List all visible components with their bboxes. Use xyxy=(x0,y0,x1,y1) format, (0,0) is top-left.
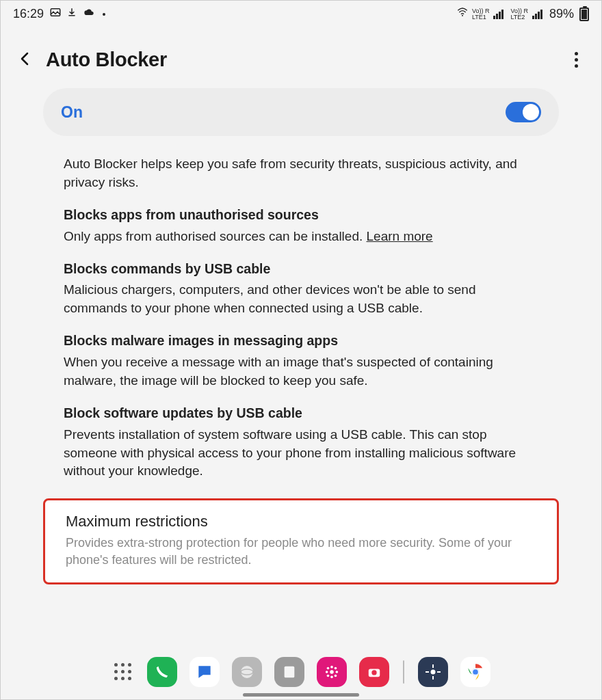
toggle-label: On xyxy=(61,103,83,122)
more-options-icon[interactable] xyxy=(571,48,582,72)
lte2-indicator: Vo)) RLTE2 xyxy=(510,8,528,21)
toggle-switch[interactable] xyxy=(506,102,541,122)
status-right: Vo)) RLTE1 Vo)) RLTE2 89% xyxy=(456,7,589,21)
svg-point-1 xyxy=(462,15,463,16)
svg-point-9 xyxy=(336,671,339,673)
learn-more-link[interactable]: Learn more xyxy=(367,229,433,243)
maximum-restrictions-row[interactable]: Maximum restrictions Provides extra-stro… xyxy=(43,498,559,584)
camera-app-icon[interactable] xyxy=(359,657,389,687)
status-time: 16:29 xyxy=(13,7,44,21)
feature-block-usb-commands: Blocks commands by USB cable Malicious c… xyxy=(20,246,582,319)
status-left: 16:29 xyxy=(13,6,105,22)
settings-app-icon[interactable] xyxy=(418,657,448,687)
feature-title: Block software updates by USB cable xyxy=(64,404,538,423)
max-restrictions-title: Maximum restrictions xyxy=(66,513,536,530)
dock xyxy=(1,657,601,687)
svg-point-11 xyxy=(335,667,337,670)
image-icon xyxy=(49,6,62,22)
page-title: Auto Blocker xyxy=(46,49,167,71)
svg-point-12 xyxy=(327,675,330,677)
svg-rect-18 xyxy=(432,676,434,679)
feature-title: Blocks commands by USB cable xyxy=(64,260,538,279)
master-toggle-row[interactable]: On xyxy=(43,88,559,136)
svg-rect-20 xyxy=(437,671,441,673)
dot-icon xyxy=(103,13,105,16)
svg-point-8 xyxy=(326,671,328,673)
feature-body: Only apps from authorised sources can be… xyxy=(64,228,538,246)
feature-block-unauthorised-apps: Blocks apps from unauthorised sources On… xyxy=(20,192,582,246)
cloud-icon xyxy=(82,7,96,21)
back-icon[interactable] xyxy=(17,51,34,70)
signal-bars-1 xyxy=(493,10,503,19)
chrome-app-icon[interactable] xyxy=(460,657,490,687)
battery-icon xyxy=(579,8,589,21)
home-indicator[interactable] xyxy=(243,693,359,697)
svg-point-7 xyxy=(330,676,333,679)
download-icon xyxy=(67,7,77,21)
dock-separator xyxy=(403,660,404,684)
feature-body: Prevents installation of system software… xyxy=(64,426,538,481)
svg-point-10 xyxy=(327,667,330,670)
header: Auto Blocker xyxy=(1,25,601,81)
svg-point-24 xyxy=(473,669,478,675)
feature-block-usb-updates: Block software updates by USB cable Prev… xyxy=(20,390,582,481)
phone-app-icon[interactable] xyxy=(147,657,177,687)
max-restrictions-desc: Provides extra-strong protection for peo… xyxy=(66,535,536,569)
content: On Auto Blocker helps keep you safe from… xyxy=(1,88,601,584)
battery-percent: 89% xyxy=(549,7,574,21)
feature-title: Blocks apps from unauthorised sources xyxy=(64,206,538,225)
feature-body: When you receive a message with an image… xyxy=(64,353,538,390)
wifi-icon xyxy=(456,7,469,21)
internet-app-icon[interactable] xyxy=(232,657,262,687)
svg-rect-19 xyxy=(426,671,429,673)
svg-rect-17 xyxy=(432,664,434,668)
intro-description: Auto Blocker helps keep you safe from se… xyxy=(20,136,582,192)
svg-point-6 xyxy=(330,666,333,669)
app-drawer-icon[interactable] xyxy=(112,660,135,684)
svg-point-5 xyxy=(330,670,334,674)
feature-block-malware-images: Blocks malware images in messaging apps … xyxy=(20,318,582,390)
svg-point-16 xyxy=(431,670,436,675)
notes-app-icon[interactable] xyxy=(274,657,304,687)
messages-app-icon[interactable] xyxy=(189,657,220,687)
svg-rect-4 xyxy=(285,667,295,678)
lte1-indicator: Vo)) RLTE1 xyxy=(472,8,490,21)
feature-title: Blocks malware images in messaging apps xyxy=(64,332,538,351)
svg-point-13 xyxy=(335,675,337,677)
feature-body: Malicious chargers, computers, and other… xyxy=(64,281,538,318)
gallery-app-icon[interactable] xyxy=(317,657,347,687)
status-bar: 16:29 Vo)) RLTE1 Vo)) RLTE2 89% xyxy=(1,1,601,25)
svg-point-2 xyxy=(241,666,253,678)
signal-bars-2 xyxy=(532,10,542,19)
svg-point-15 xyxy=(371,670,376,675)
